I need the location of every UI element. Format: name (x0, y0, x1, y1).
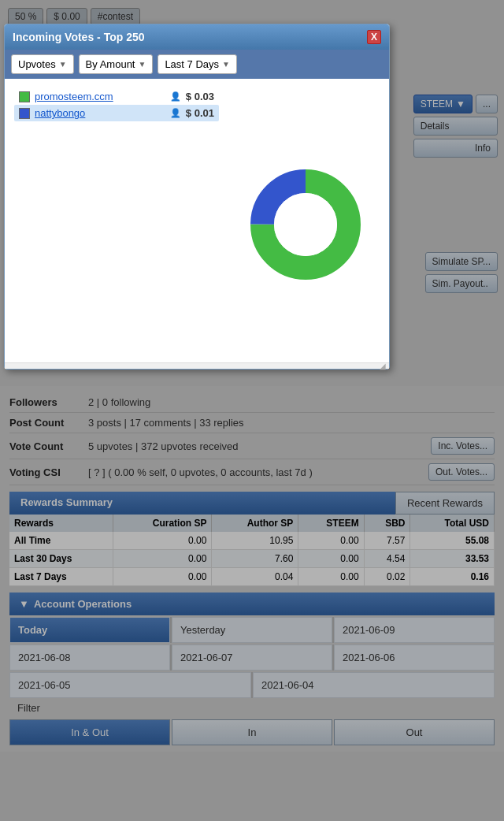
donut-chart (243, 162, 369, 288)
vote-name[interactable]: nattybongo (35, 107, 165, 119)
filter1-arrow: ▼ (59, 60, 67, 69)
vote-item[interactable]: nattybongo 👤 $ 0.01 (14, 105, 219, 121)
person-icon: 👤 (170, 108, 181, 118)
filter3-value: Last 7 Days (165, 58, 219, 70)
filter2-value: By Amount (86, 58, 135, 70)
filter3-arrow: ▼ (222, 60, 230, 69)
vote-list: promosteem.ccm 👤 $ 0.03 nattybongo 👤 $ 0… (14, 88, 219, 353)
chart-area (232, 88, 380, 353)
person-icon: 👤 (170, 91, 181, 102)
filter2-arrow: ▼ (138, 60, 146, 69)
modal-dialog: Incoming Votes - Top 250 X Upvotes ▼ By … (4, 24, 390, 370)
vote-amount: $ 0.01 (186, 107, 214, 119)
modal-body: promosteem.ccm 👤 $ 0.03 nattybongo 👤 $ 0… (5, 79, 389, 362)
modal-title: Incoming Votes - Top 250 (13, 31, 145, 43)
filter1-value: Upvotes (18, 58, 56, 70)
modal-close-button[interactable]: X (367, 30, 381, 44)
svg-point-2 (274, 193, 337, 256)
filter1-select[interactable]: Upvotes ▼ (11, 54, 74, 74)
resize-icon: ◢ (380, 362, 386, 370)
modal-controls: Upvotes ▼ By Amount ▼ Last 7 Days ▼ (5, 50, 389, 79)
modal-header: Incoming Votes - Top 250 X (5, 24, 389, 50)
vote-amount: $ 0.03 (186, 91, 214, 102)
vote-name[interactable]: promosteem.ccm (35, 91, 165, 102)
filter2-select[interactable]: By Amount ▼ (79, 54, 154, 74)
vote-item[interactable]: promosteem.ccm 👤 $ 0.03 (14, 88, 219, 105)
modal-resize-handle[interactable]: ◢ (5, 362, 389, 369)
filter3-select[interactable]: Last 7 Days ▼ (158, 54, 237, 74)
vote-color (19, 108, 30, 119)
vote-color (19, 91, 30, 102)
